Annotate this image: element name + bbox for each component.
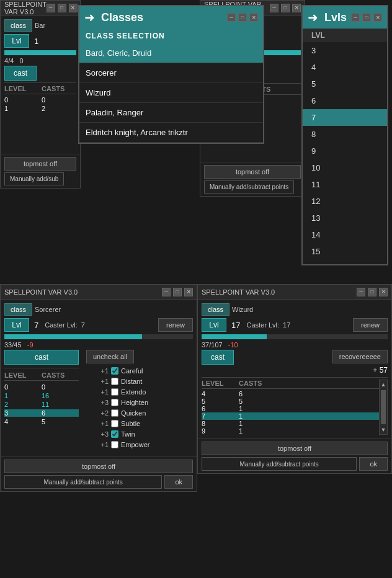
- slot-stat-tl: 4/4 0: [4, 57, 24, 64]
- maximize-btn-tr[interactable]: □: [281, 4, 290, 12]
- class-button-bl[interactable]: class: [4, 303, 32, 316]
- lvl-item-7[interactable]: 7: [303, 109, 387, 126]
- row-br-4: 81: [202, 420, 379, 427]
- classes-titlebar: ➜ Classes ─ □ ✕: [79, 6, 263, 29]
- lvl-value-br: 17: [231, 321, 240, 330]
- window-bottom-right: SPELLPOINT VAR V3.0 ─ □ ✕ class Wizurd L…: [197, 284, 392, 474]
- lvl-item-11[interactable]: 11: [303, 176, 387, 193]
- class-item-0[interactable]: Bard, Cleric, Druid: [79, 43, 263, 63]
- close-btn-lvls[interactable]: ✕: [373, 13, 382, 22]
- class-item-1[interactable]: Sorcerer: [79, 63, 263, 83]
- minimize-btn-br[interactable]: ─: [357, 288, 365, 296]
- manual-button-br[interactable]: Manually add/subtract points: [202, 457, 357, 471]
- checkbox-heighten[interactable]: [111, 399, 118, 406]
- lvl-item-15[interactable]: 15: [303, 243, 387, 260]
- uncheck-button-bl[interactable]: uncheck all: [86, 350, 134, 363]
- manual-button-bl[interactable]: Manually add/subtract points: [4, 475, 162, 489]
- maximize-btn-classes[interactable]: □: [238, 13, 247, 22]
- cast-button-bl[interactable]: cast: [4, 350, 79, 365]
- meta-empower: +1 Empower: [91, 441, 149, 448]
- minimize-btn-bl[interactable]: ─: [162, 288, 171, 296]
- scroll-thumb-br[interactable]: [381, 390, 386, 424]
- close-btn-bl[interactable]: ✕: [184, 288, 193, 296]
- close-btn-classes[interactable]: ✕: [249, 13, 258, 22]
- ok-button-br[interactable]: ok: [359, 457, 388, 471]
- scrollbar-br[interactable]: ▲ ▼: [379, 380, 388, 435]
- minimize-btn-classes[interactable]: ─: [227, 13, 236, 22]
- renew-button-bl[interactable]: renew: [158, 318, 193, 332]
- window-classes: ➜ Classes ─ □ ✕ CLASS SELECTION Bard, Cl…: [78, 5, 264, 144]
- lvl-display-bl[interactable]: Lvl: [4, 318, 29, 332]
- lvl-item-8[interactable]: 8: [303, 126, 387, 143]
- lvl-item-10[interactable]: 10: [303, 159, 387, 176]
- renew-button-br[interactable]: renew: [353, 318, 388, 332]
- class-item-3[interactable]: Paladin, Ranger: [79, 103, 263, 123]
- bottom-bar-tl: topmost off Manually add/sub: [1, 154, 80, 188]
- title-bl: SPELLPOINT VAR V3.0: [4, 288, 162, 296]
- class-button-tl[interactable]: class: [4, 19, 32, 32]
- lvl-value-bl: 7: [34, 321, 38, 330]
- meta-distant: +1 Distant: [91, 378, 149, 385]
- scroll-up-br[interactable]: ▲: [381, 380, 386, 389]
- lvl-item-4[interactable]: 4: [303, 59, 387, 76]
- row-bl-1: 116: [4, 392, 79, 399]
- lvl-item-14[interactable]: 14: [303, 226, 387, 243]
- caster-label-bl: Caster Lvl:: [45, 321, 78, 329]
- minimize-btn-lvls[interactable]: ─: [351, 13, 360, 22]
- recover-button-br[interactable]: recovereeeee: [332, 350, 388, 363]
- slot-stat-bl: 33/45 -9: [4, 341, 33, 349]
- minimize-btn-tl[interactable]: ─: [47, 4, 55, 12]
- lvl-item-5[interactable]: 5: [303, 76, 387, 92]
- checkbox-distant[interactable]: [111, 378, 118, 385]
- lvl-item-6[interactable]: 6: [303, 92, 387, 109]
- minimize-btn-tr[interactable]: ─: [270, 4, 278, 12]
- class-item-4[interactable]: Eldritch knight, Arcane trikztr: [79, 123, 263, 143]
- row-bl-2: 211: [4, 401, 79, 408]
- row-br-3: 71: [202, 412, 379, 420]
- lvl-item-9[interactable]: 9: [303, 143, 387, 159]
- table-area-br: LEVEL CASTS 46 55 61 71 81: [202, 380, 388, 435]
- titlebar-tl: SPELLPOINT VAR V3.0 ─ □ ✕: [1, 1, 80, 16]
- caster-value-br: 17: [283, 321, 290, 329]
- manual-button-tl[interactable]: Manually add/sub: [4, 172, 64, 185]
- window-bottom-left: SPELLPOINT VAR V3.0 ─ □ ✕ class Sorcerer…: [0, 284, 197, 492]
- topmost-button-tl[interactable]: topmost off: [4, 157, 76, 171]
- content-br: class Wizurd Lvl 17 Caster Lvl: 17 renew…: [198, 300, 391, 438]
- checkbox-subtle[interactable]: [111, 420, 118, 427]
- scroll-down-br[interactable]: ▼: [381, 425, 386, 434]
- meta-careful: +1 Careful: [91, 367, 149, 375]
- maximize-btn-lvls[interactable]: □: [362, 13, 371, 22]
- checkbox-empower[interactable]: [111, 441, 118, 448]
- meta-heighten: +3 Heighten: [91, 399, 149, 406]
- lvl-item-13[interactable]: 13: [303, 210, 387, 226]
- cast-button-tl[interactable]: cast: [4, 66, 37, 81]
- class-value-tl: Bar: [35, 22, 45, 29]
- class-selection-header: CLASS SELECTION: [79, 29, 263, 43]
- topmost-button-tr[interactable]: topmost off: [204, 165, 301, 179]
- lvl-item-3[interactable]: 3: [303, 42, 387, 59]
- ok-button-bl[interactable]: ok: [164, 475, 193, 489]
- cast-button-br[interactable]: cast: [202, 350, 234, 365]
- bottom-bar-br: topmost off Manually add/subtract points…: [198, 438, 391, 473]
- maximize-btn-bl[interactable]: □: [173, 288, 182, 296]
- class-button-br[interactable]: class: [202, 303, 229, 316]
- manual-button-tr[interactable]: Manually add/subtract points: [204, 180, 294, 193]
- meta-subtle: +1 Subtle: [91, 420, 149, 427]
- lvl-item-12[interactable]: 12: [303, 193, 387, 210]
- topmost-button-bl[interactable]: topmost off: [4, 460, 193, 473]
- topmost-button-br[interactable]: topmost off: [202, 442, 388, 455]
- checkbox-careful[interactable]: [111, 367, 118, 375]
- meta-section-bl: +1 Careful +1 Distant +1 Extendo: [91, 367, 149, 450]
- checkbox-quicken[interactable]: [111, 409, 118, 417]
- class-item-2[interactable]: Wizurd: [79, 83, 263, 103]
- checkbox-extendo[interactable]: [111, 388, 118, 396]
- close-btn-br[interactable]: ✕: [379, 288, 388, 296]
- close-btn-tl[interactable]: ✕: [69, 4, 78, 12]
- close-btn-tr[interactable]: ✕: [292, 4, 301, 12]
- checkbox-twin[interactable]: [111, 430, 118, 438]
- lvl-display-br[interactable]: Lvl: [202, 318, 226, 332]
- maximize-btn-br[interactable]: □: [368, 288, 376, 296]
- maximize-btn-tl[interactable]: □: [58, 4, 66, 12]
- lvl-display-tl[interactable]: Lvl: [4, 34, 29, 48]
- lvls-titlebar-btns: ─ □ ✕: [351, 13, 382, 22]
